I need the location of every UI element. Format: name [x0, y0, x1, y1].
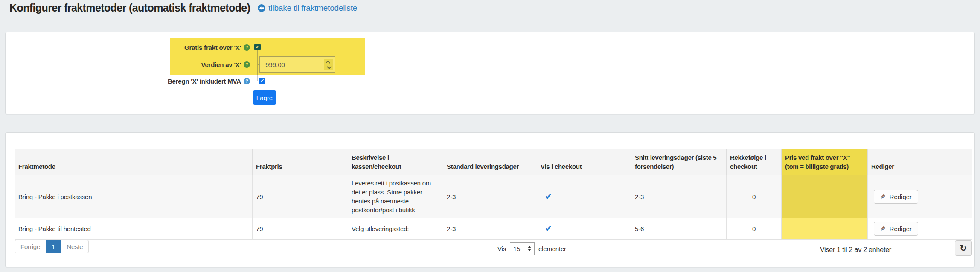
checkmark-icon: ✔: [260, 78, 264, 83]
checkmark-icon: ✔: [256, 45, 259, 49]
page-size-prefix-label: Vis: [497, 245, 506, 252]
cell-rekkefolge: 0: [727, 218, 782, 240]
rediger-button-label: Rediger: [890, 225, 912, 232]
back-link[interactable]: tilbake til fraktmetodeliste: [258, 3, 357, 13]
help-icon[interactable]: ?: [244, 44, 250, 51]
beregn-mva-row: Beregn 'X' inkludert MVA ?: [6, 78, 250, 84]
header-pris-ved-frakt-over-x: Pris ved frakt over "X" (tom = billigste…: [782, 149, 868, 175]
header-standard-leveringsdager: Standard leveringsdager: [443, 149, 537, 175]
table-row: Bring - Pakke til hentested 79 Velg utle…: [15, 218, 972, 240]
freight-config-panel: Gratis frakt over 'X' ? ✔ Verdien av 'X'…: [5, 32, 975, 114]
cell-pris-ved-frakt-over-x: [782, 175, 868, 218]
checkmark-icon: ✔: [545, 191, 552, 201]
cell-snitt-leveringsdager: 5-6: [631, 218, 727, 240]
page-size-control: Vis 15 elementer: [497, 242, 566, 255]
verdien-label: Verdien av 'X': [201, 61, 241, 68]
save-button[interactable]: Lagre: [253, 90, 276, 105]
form-connector-line: [257, 50, 258, 75]
cell-vis-i-checkout: ✔: [537, 175, 631, 218]
arrow-circle-left-icon: [258, 4, 265, 12]
value-of-x-field: [259, 56, 335, 73]
header-beskrivelse: Beskrivelse i kassen/checkout: [348, 149, 443, 175]
results-summary: Viser 1 til 2 av 2 enheter: [820, 246, 891, 254]
header-snitt-leveringsdager: Snitt leveringsdager (siste 5 forsendels…: [631, 149, 727, 175]
header-rediger: Rediger: [868, 149, 972, 175]
cell-beskrivelse: Velg utleveringssted:: [348, 218, 443, 240]
page-header: Konfigurer fraktmetoder (automatisk frak…: [9, 2, 357, 14]
gratis-frakt-row: Gratis frakt over 'X' ?: [6, 44, 250, 51]
header-fraktpris: Fraktpris: [253, 149, 348, 175]
rediger-button[interactable]: ✎ Rediger: [874, 190, 918, 204]
pagination: Forrige 1 Neste: [15, 240, 89, 253]
pencil-icon: ✎: [880, 226, 886, 232]
cell-rediger: ✎ Rediger: [868, 218, 972, 240]
refresh-icon: ↻: [960, 243, 967, 253]
page-size-suffix-label: elementer: [538, 245, 566, 252]
number-spinner[interactable]: [324, 59, 333, 70]
pagination-page-1-button[interactable]: 1: [46, 240, 61, 253]
page-size-value: 15: [513, 245, 520, 252]
back-link-label: tilbake til fraktmetodeliste: [268, 3, 357, 13]
rediger-button[interactable]: ✎ Rediger: [874, 222, 918, 236]
checkmark-icon: ✔: [545, 223, 552, 233]
cell-rekkefolge: 0: [727, 175, 782, 218]
beregn-mva-label: Beregn 'X' inkludert MVA: [168, 78, 241, 85]
cell-snitt-leveringsdager: 2-3: [631, 175, 727, 218]
help-icon[interactable]: ?: [244, 78, 250, 84]
table-row: Bring - Pakke i postkassen 79 Leveres re…: [15, 175, 972, 218]
help-icon[interactable]: ?: [244, 61, 250, 68]
cell-beskrivelse: Leveres rett i postkassen om det er plas…: [348, 175, 443, 218]
header-fraktmetode: Fraktmetode: [15, 149, 253, 175]
pagination-prev-button[interactable]: Forrige: [15, 240, 46, 253]
refresh-button[interactable]: ↻: [955, 240, 972, 256]
header-vis-i-checkout: Vis i checkout: [537, 149, 631, 175]
chevron-up-icon: [326, 60, 330, 65]
pagination-next-button[interactable]: Neste: [61, 240, 89, 253]
page-title: Konfigurer fraktmetoder (automatisk frak…: [9, 2, 250, 14]
cell-rediger: ✎ Rediger: [868, 175, 972, 218]
cell-fraktpris: 79: [253, 218, 348, 240]
gratis-frakt-checkbox[interactable]: ✔: [254, 44, 261, 50]
table-header-row: Fraktmetode Fraktpris Beskrivelse i kass…: [15, 149, 972, 175]
cell-standard-leveringsdager: 2-3: [443, 175, 537, 218]
cell-pris-ved-frakt-over-x: [782, 218, 868, 240]
verdien-row: Verdien av 'X' ?: [6, 61, 250, 68]
header-rekkefolge: Rekkefølge i checkout: [727, 149, 782, 175]
form-connector-line: [257, 75, 258, 81]
freight-methods-table: Fraktmetode Fraktpris Beskrivelse i kass…: [15, 149, 972, 240]
page-size-select[interactable]: 15: [510, 242, 535, 255]
cell-fraktpris: 79: [253, 175, 348, 218]
gratis-frakt-label: Gratis frakt over 'X': [184, 44, 241, 51]
cell-vis-i-checkout: ✔: [537, 218, 631, 240]
freight-methods-panel: Fraktmetode Fraktpris Beskrivelse i kass…: [5, 132, 975, 267]
rediger-button-label: Rediger: [890, 193, 912, 200]
beregn-mva-checkbox[interactable]: ✔: [259, 78, 265, 84]
pencil-icon: ✎: [880, 194, 886, 200]
cell-fraktmetode: Bring - Pakke i postkassen: [15, 175, 253, 218]
cell-standard-leveringsdager: 2-3: [443, 218, 537, 240]
cell-fraktmetode: Bring - Pakke til hentested: [15, 218, 253, 240]
select-arrows-icon: [528, 246, 531, 251]
